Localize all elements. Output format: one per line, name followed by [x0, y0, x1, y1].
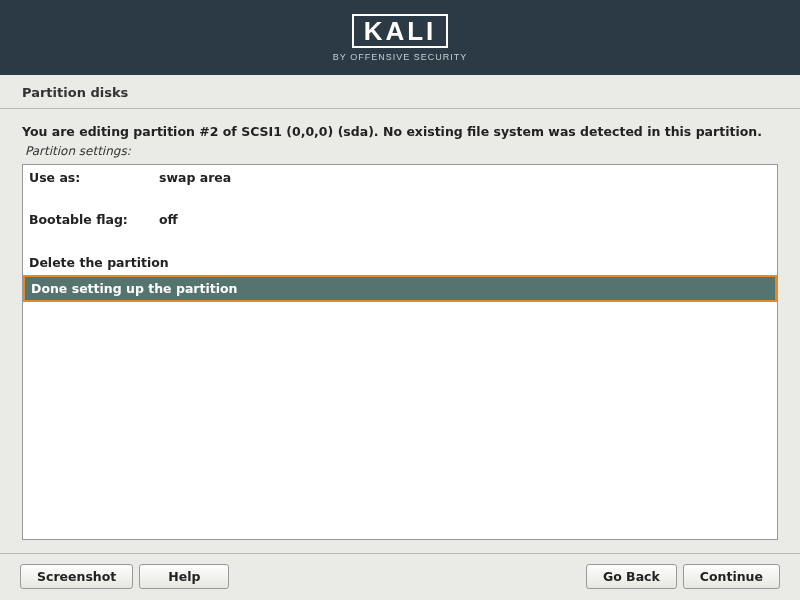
partition-panel: Use as: swap area Bootable flag: off Del… — [22, 164, 778, 540]
screenshot-button[interactable]: Screenshot — [20, 564, 133, 589]
use-as-row[interactable]: Use as: swap area — [23, 165, 777, 191]
bootable-value: off — [159, 212, 178, 228]
footer: Screenshot Help Go Back Continue — [0, 553, 800, 600]
content: You are editing partition #2 of SCSI1 (0… — [0, 109, 800, 550]
description-text: You are editing partition #2 of SCSI1 (0… — [22, 124, 778, 139]
continue-button[interactable]: Continue — [683, 564, 780, 589]
bootable-row[interactable]: Bootable flag: off — [23, 207, 777, 233]
use-as-value: swap area — [159, 170, 231, 186]
header: KALI BY OFFENSIVE SECURITY — [0, 0, 800, 75]
subheading: Partition settings: — [25, 144, 778, 158]
use-as-label: Use as: — [29, 170, 159, 186]
bootable-label: Bootable flag: — [29, 212, 159, 228]
help-button[interactable]: Help — [139, 564, 229, 589]
go-back-button[interactable]: Go Back — [586, 564, 677, 589]
kali-logo: KALI BY OFFENSIVE SECURITY — [333, 14, 467, 62]
logo-subtitle: BY OFFENSIVE SECURITY — [333, 52, 467, 62]
done-setting-up-row[interactable]: Done setting up the partition — [25, 277, 775, 300]
selected-row-highlight: Done setting up the partition — [23, 275, 777, 302]
page-title: Partition disks — [0, 75, 800, 108]
delete-partition-row[interactable]: Delete the partition — [23, 250, 777, 275]
logo-title: KALI — [364, 16, 437, 46]
